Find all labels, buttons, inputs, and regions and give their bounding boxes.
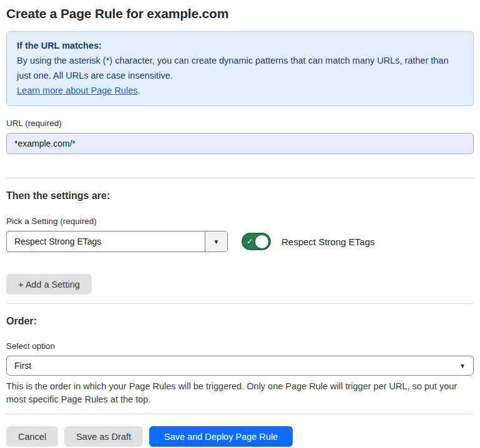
order-section-heading: Order: <box>6 316 474 327</box>
url-field-label: URL (required) <box>6 119 474 128</box>
toggle-label: Respect Strong ETags <box>282 236 375 247</box>
respect-strong-etags-toggle[interactable]: ✓ <box>242 233 271 250</box>
settings-section-heading: Then the settings are: <box>6 190 474 202</box>
setting-row: Respect Strong ETags ▼ ✓ Respect Strong … <box>6 231 474 252</box>
order-select-label: Select option <box>6 341 474 351</box>
chevron-down-icon: ▼ <box>459 363 466 369</box>
add-setting-button[interactable]: + Add a Setting <box>6 274 92 295</box>
link-suffix: . <box>137 85 140 95</box>
url-match-info-box: If the URL matches: By using the asteris… <box>6 31 474 106</box>
page-title: Create a Page Rule for example.com <box>6 6 474 21</box>
learn-more-link[interactable]: Learn more about Page Rules <box>17 85 137 95</box>
create-page-rule-panel: Create a Page Rule for example.com If th… <box>0 0 480 447</box>
order-select[interactable]: First ▼ <box>6 356 474 376</box>
url-input[interactable] <box>6 133 474 154</box>
setting-select[interactable]: Respect Strong ETags ▼ <box>6 231 228 252</box>
info-box-body: By using the asterisk (*) character, you… <box>17 53 463 83</box>
save-and-deploy-button[interactable]: Save and Deploy Page Rule <box>149 426 293 447</box>
order-help-text: This is the order in which your Page Rul… <box>6 380 471 406</box>
info-box-heading: If the URL matches: <box>17 38 463 53</box>
footer-actions: Cancel Save as Draft Save and Deploy Pag… <box>6 426 474 447</box>
check-icon: ✓ <box>247 237 253 246</box>
save-as-draft-button[interactable]: Save as Draft <box>64 426 143 447</box>
toggle-knob <box>255 235 268 248</box>
order-select-value: First <box>14 361 31 371</box>
cancel-button[interactable]: Cancel <box>6 426 58 447</box>
footer-divider <box>6 414 474 414</box>
section-divider <box>6 303 474 304</box>
setting-select-value: Respect Strong ETags <box>7 231 205 251</box>
chevron-down-icon: ▼ <box>213 238 220 245</box>
pick-setting-label: Pick a Setting (required) <box>6 217 474 226</box>
info-box-link-line: Learn more about Page Rules. <box>17 83 463 98</box>
setting-select-arrow-button[interactable]: ▼ <box>205 231 227 251</box>
section-divider <box>6 178 474 178</box>
